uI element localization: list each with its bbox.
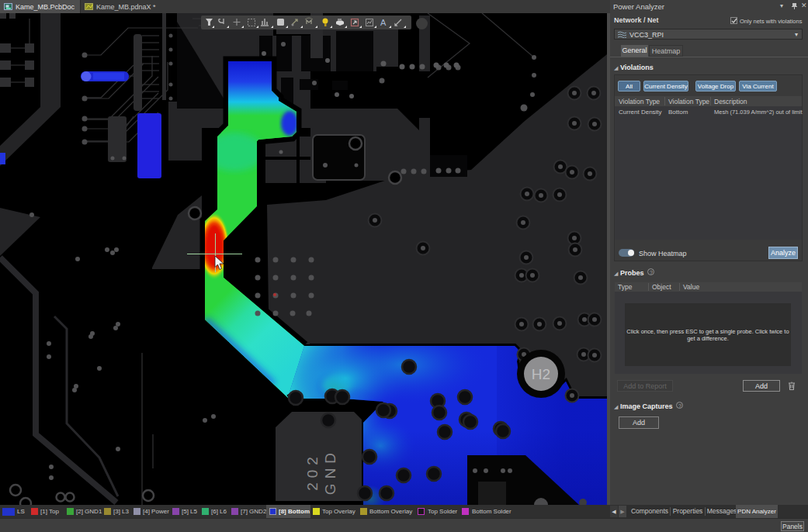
svg-text:202: 202 [304,452,321,491]
svg-text:H2: H2 [532,366,550,382]
svg-text:GND: GND [322,448,338,495]
svg-text:A: A [380,18,387,27]
